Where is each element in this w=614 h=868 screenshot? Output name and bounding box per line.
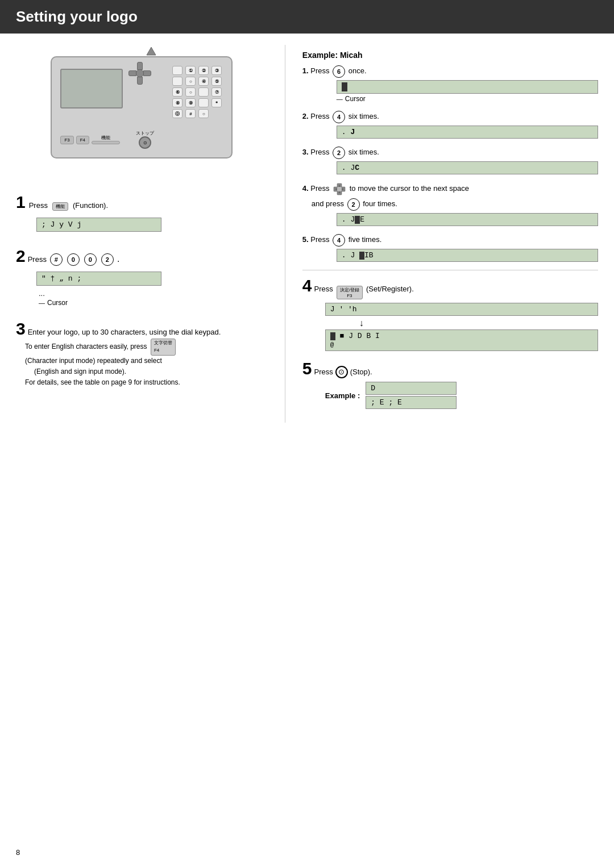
step-2-text: Press bbox=[28, 254, 47, 265]
func-button-icon: 機能 bbox=[52, 202, 68, 211]
right-step-1-suffix: once. bbox=[349, 66, 367, 75]
step-3: 3 Enter your logo, up to 30 characters, … bbox=[16, 319, 268, 388]
right-step-1-label: 1. bbox=[302, 66, 309, 75]
right-step-4-text: 4. Press bbox=[302, 182, 598, 196]
right-step-5-display-area: . J IB bbox=[337, 249, 598, 262]
dpad bbox=[128, 62, 151, 85]
step-3-sub1: To enter English characters easily, pres… bbox=[25, 343, 147, 350]
page-number: 8 bbox=[16, 848, 20, 857]
page-header: Setting your logo bbox=[0, 0, 614, 34]
and-press-label: and press bbox=[312, 199, 344, 208]
right-step-5-suffix: five times. bbox=[349, 235, 382, 244]
right-step-3: 3. Press 2 six times. . JC bbox=[302, 147, 598, 174]
right-step-1-text: 1. Press 6 once. bbox=[302, 65, 598, 78]
right-step-3-display-text: . JC bbox=[342, 164, 359, 172]
step-2: 2 Press # 0 0 2 . " † „ n ; ... — Cursor bbox=[16, 247, 268, 307]
key-hash: # bbox=[185, 109, 196, 118]
step-1-text: Press bbox=[29, 200, 48, 211]
func-btn-group: 機能 bbox=[92, 135, 120, 144]
step-2-dots: ... bbox=[39, 289, 45, 298]
right-step-4-label: 4. bbox=[302, 184, 309, 193]
cursor-block-1 bbox=[342, 82, 347, 91]
step-1-display: ; J y V j bbox=[36, 218, 161, 232]
step-5-display2: ; E ; E bbox=[366, 396, 457, 409]
f4-btn-group: F4 bbox=[76, 136, 89, 144]
mojikiriken-bottom: F4 bbox=[154, 347, 172, 354]
step-2-cursor-row: — Cursor bbox=[39, 299, 268, 307]
key-blank4: ○ bbox=[185, 87, 196, 97]
right-step-2-label: 2. bbox=[302, 112, 309, 120]
right-step-4-suffix2: four times. bbox=[363, 199, 397, 208]
stop-btn: ⊙ bbox=[139, 136, 151, 149]
step-3-sub3: For details, see the table on page 9 for… bbox=[25, 378, 180, 386]
step-2-row: 2 Press # 0 0 2 . bbox=[16, 247, 268, 266]
device-illustration: ① ② ③ ○ ④ ⑤ ⑥ ○ ⑦ ⑧ ⑨ ＊ ⓪ # bbox=[45, 56, 238, 181]
right-step-3-label: 3. bbox=[302, 148, 309, 156]
right-step-1-display bbox=[337, 80, 598, 94]
set-register-top: 決定/登録 bbox=[340, 287, 359, 293]
step-4-main-display-area: J ' 'h ↓ ■ J D B I @ bbox=[325, 303, 598, 351]
key-5: ⑤ bbox=[211, 77, 222, 86]
step-3-sub: To enter English characters easily, pres… bbox=[25, 339, 268, 388]
key-2: ② bbox=[198, 66, 209, 75]
right-step-4: 4. Press bbox=[302, 182, 598, 226]
key-7: ⑦ bbox=[211, 87, 222, 97]
bottom-buttons: F3 F4 機能 bbox=[60, 135, 120, 144]
right-step-1: 1. Press 6 once. — Cursor bbox=[302, 65, 598, 103]
step-5-main: 5 Press ⊙ (Stop). Example : D ; E ; E bbox=[302, 359, 598, 409]
step-2-number: 2 bbox=[16, 247, 26, 266]
key-6: ⑥ bbox=[172, 87, 182, 97]
step-5-suffix: (Stop). bbox=[350, 366, 372, 378]
dpad-top-icon bbox=[140, 47, 163, 60]
right-step-5-label: 5. bbox=[302, 235, 309, 244]
step-5-main-number: 5 bbox=[302, 359, 312, 378]
set-register-bottom: F3 bbox=[340, 293, 359, 298]
step-3-sub2: (English and sign input mode). bbox=[34, 368, 126, 375]
right-section: Example: Micah 1. Press 6 once. — Cursor bbox=[291, 45, 598, 423]
step-2-cursor-label: Cursor bbox=[47, 299, 68, 307]
key-4: ④ bbox=[198, 77, 209, 86]
key-8: ⑧ bbox=[172, 98, 182, 107]
right-step-1-cursor-label: Cursor bbox=[345, 95, 366, 103]
step-1-row: 1 Press 機能 (Function). bbox=[16, 193, 268, 212]
right-step-2-display-text: . J bbox=[342, 128, 355, 136]
step-5-main-display-area: Example : D ; E ; E bbox=[325, 382, 598, 409]
divider bbox=[302, 270, 598, 270]
step-3-number: 3 bbox=[16, 319, 26, 339]
key-blank6 bbox=[198, 98, 209, 107]
key-blank5 bbox=[198, 87, 209, 97]
right-step-2-display-area: . J bbox=[337, 126, 598, 139]
svg-point-5 bbox=[337, 186, 342, 192]
step-1-suffix: (Function). bbox=[73, 200, 108, 211]
btn-hash: # bbox=[50, 253, 63, 266]
btn-2c: 2 bbox=[347, 198, 360, 211]
example-title: Example: Micah bbox=[302, 51, 598, 60]
step-5-main-row: 5 Press ⊙ (Stop). bbox=[302, 359, 598, 378]
btn-2b: 2 bbox=[333, 147, 345, 159]
stop-btn-group: ストップ ⊙ bbox=[136, 130, 154, 149]
right-step-4-suffix1: to move the cursor to the next space bbox=[350, 184, 469, 193]
key-3: ③ bbox=[211, 66, 222, 75]
right-step-4-display-area: . JE bbox=[337, 213, 598, 226]
right-step-5: 5. Press 4 five times. . J IB bbox=[302, 234, 598, 262]
step-4-main-row: 4 Press 決定/登録 F3 (Set/Register). bbox=[302, 276, 598, 299]
right-step-2-text: 2. Press 4 six times. bbox=[302, 111, 598, 123]
stop-circle-icon: ⊙ bbox=[335, 366, 348, 378]
device-bottom-row: F3 F4 機能 ストップ ⊙ bbox=[60, 130, 154, 149]
key-blank2 bbox=[172, 77, 182, 86]
btn-2: 2 bbox=[101, 253, 114, 266]
step-3-row: 3 Enter your logo, up to 30 characters, … bbox=[16, 319, 268, 339]
step-5-example-label: Example : bbox=[325, 391, 360, 400]
step-4-press: Press bbox=[314, 283, 333, 295]
right-step-5-press: Press bbox=[310, 235, 329, 244]
svg-marker-0 bbox=[147, 47, 156, 55]
step-5-example-displays: D ; E ; E bbox=[366, 382, 457, 409]
btn-4b: 4 bbox=[333, 234, 345, 247]
step-2-display: " † „ n ; bbox=[36, 272, 161, 286]
key-star: ＊ bbox=[211, 98, 222, 107]
set-register-icon: 決定/登録 F3 bbox=[337, 286, 363, 299]
f4-btn: F4 bbox=[76, 136, 89, 144]
step-2-display-area: " † „ n ; ... — Cursor bbox=[36, 269, 268, 307]
step-2-display-text: " † „ n ; bbox=[42, 274, 81, 283]
step-1-number: 1 bbox=[16, 193, 26, 212]
